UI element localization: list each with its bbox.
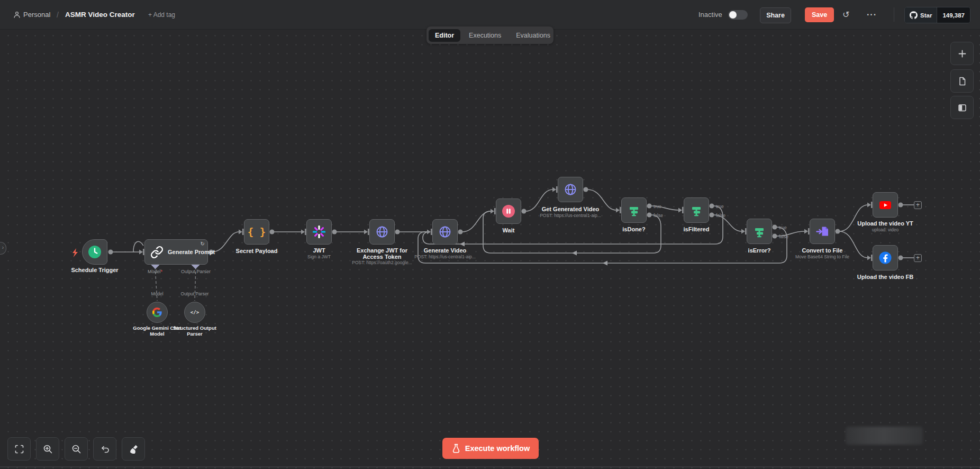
google-icon: [152, 308, 162, 317]
globe-icon: [564, 183, 577, 196]
breadcrumb-separator: /: [57, 0, 59, 29]
node-convert-to-file[interactable]: [810, 219, 835, 244]
zoom-out-button[interactable]: [65, 437, 88, 461]
history-icon[interactable]: ↺: [842, 0, 849, 29]
refresh-icon: ↻: [201, 241, 205, 247]
file-icon: [957, 76, 967, 86]
execute-workflow-label: Execute workflow: [465, 444, 530, 453]
signpost-icon: [752, 224, 766, 238]
share-button[interactable]: Share: [760, 7, 791, 23]
workflow-status-label: Inactive: [698, 0, 722, 29]
add-node-endpoint[interactable]: +: [914, 254, 922, 262]
flask-icon: [451, 444, 461, 453]
signpost-icon: [689, 203, 703, 217]
toggle-knob: [729, 11, 737, 19]
facebook-icon: [878, 251, 892, 265]
fit-view-button[interactable]: [7, 437, 31, 461]
blurred-overlay: [846, 427, 923, 445]
node-upload-video-fb[interactable]: [873, 245, 898, 270]
top-header: Personal / ASMR Video Creator + Add tag …: [0, 0, 980, 30]
active-toggle[interactable]: [728, 10, 748, 20]
bottom-edge: [0, 466, 980, 467]
fit-view-icon: [14, 444, 24, 454]
node-secret-payload[interactable]: { }: [244, 219, 269, 245]
node-generate-video[interactable]: [432, 219, 458, 245]
add-node-button[interactable]: [950, 42, 974, 65]
undo-icon: [100, 444, 110, 454]
tidy-up-button[interactable]: [122, 437, 145, 461]
user-icon: [13, 0, 21, 29]
code-icon: </>: [190, 310, 199, 315]
n8n-workflow-editor: { "header": { "project": "Personal", "se…: [0, 0, 980, 469]
github-icon: [910, 11, 918, 19]
node-get-generated-video[interactable]: [558, 177, 583, 202]
breadcrumb-project[interactable]: Personal: [23, 0, 50, 29]
toggle-panel-button[interactable]: [950, 96, 974, 119]
node-is-filtered[interactable]: [684, 197, 709, 223]
plus-icon: [957, 49, 967, 59]
node-schedule-trigger[interactable]: [82, 239, 107, 265]
zoom-in-icon: [43, 444, 53, 454]
node-structured-output-parser[interactable]: </>: [184, 302, 205, 323]
globe-icon: [438, 225, 452, 239]
workflow-title[interactable]: ASMR Video Creator: [65, 0, 135, 29]
clock-icon: [88, 245, 102, 259]
file-import-icon: [815, 224, 829, 238]
github-star-widget[interactable]: Star 149,387: [904, 7, 970, 23]
node-exchange-jwt[interactable]: [369, 219, 395, 245]
execute-workflow-button[interactable]: Execute workflow: [442, 438, 539, 459]
zoom-out-icon: [71, 444, 81, 454]
sticky-note-button[interactable]: [950, 69, 974, 93]
youtube-icon: [878, 198, 892, 212]
more-menu-icon[interactable]: ···: [867, 0, 877, 29]
node-google-gemini-chat-model[interactable]: [147, 302, 168, 323]
save-button[interactable]: Save: [805, 7, 834, 22]
chain-icon: [150, 246, 164, 259]
view-tabs: Editor Executions Evaluations: [427, 26, 553, 44]
github-star-label: Star: [920, 12, 932, 19]
signpost-icon: [627, 203, 641, 217]
node-inline-label: Generate Prompt: [168, 249, 215, 255]
add-tag-button[interactable]: + Add tag: [148, 0, 175, 29]
node-generate-prompt[interactable]: Generate Prompt ↻: [144, 239, 208, 265]
tab-evaluations[interactable]: Evaluations: [510, 29, 557, 42]
braces-icon: { }: [248, 226, 266, 238]
tab-executions[interactable]: Executions: [462, 29, 507, 42]
node-is-error[interactable]: [747, 219, 772, 244]
node-jwt[interactable]: [306, 219, 332, 245]
tab-editor[interactable]: Editor: [429, 29, 460, 42]
add-node-endpoint[interactable]: +: [914, 201, 922, 209]
node-wait[interactable]: [496, 199, 521, 224]
node-upload-video-yt[interactable]: [873, 192, 898, 218]
header-divider: [894, 7, 894, 22]
github-star-count: 149,387: [937, 7, 970, 23]
undo-button[interactable]: [93, 437, 116, 461]
zoom-in-button[interactable]: [36, 437, 59, 461]
globe-icon: [375, 225, 389, 239]
broom-icon: [129, 444, 139, 454]
jwt-icon: [312, 225, 326, 239]
pause-icon: [502, 204, 515, 218]
node-is-done[interactable]: [621, 197, 647, 223]
split-panel-icon: [957, 103, 967, 113]
